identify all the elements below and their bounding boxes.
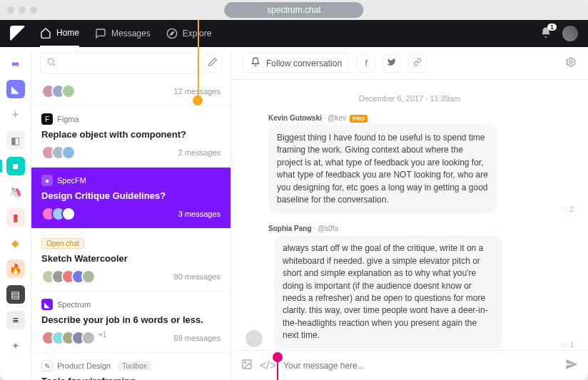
- follow-conversation-button[interactable]: Follow conversation: [243, 53, 350, 73]
- share-twitter-button[interactable]: [382, 54, 401, 73]
- rail-community-5[interactable]: ◆: [6, 234, 25, 252]
- facebook-icon: f: [365, 58, 367, 68]
- message: Sophia Pang · @s0fa always start off w t…: [245, 225, 574, 349]
- top-navbar: Home Messages Explore 1: [0, 20, 588, 47]
- spectrum-logo-icon[interactable]: [10, 26, 26, 41]
- message-handle: @kev: [328, 114, 346, 122]
- svg-marker-1: [170, 31, 173, 35]
- thread-title: Design Critique Guidelines?: [41, 190, 220, 201]
- rail-community-1[interactable]: ◣: [6, 80, 25, 98]
- message-count: 3 messages: [178, 210, 220, 218]
- zoom-dot[interactable]: [30, 6, 37, 14]
- thread-item-selected[interactable]: ●SpecFM Design Critique Guidelines? 3 me…: [31, 168, 230, 229]
- gear-icon: [565, 58, 577, 70]
- community-name: SpecFM: [57, 176, 86, 185]
- like-count: 1: [569, 341, 574, 349]
- image-icon: [241, 359, 253, 373]
- conversation-scroll[interactable]: December 6, 2017 · 11:39am Kevin Gutowsk…: [231, 80, 588, 350]
- rail-community-6[interactable]: 🔥: [6, 260, 25, 278]
- open-chat-badge: Open chat: [41, 238, 84, 249]
- community-name: Figma: [57, 115, 79, 123]
- thread-item[interactable]: Open chat Sketch Watercooler 90 messages: [31, 229, 230, 292]
- rail-community-4[interactable]: ▮: [6, 208, 25, 227]
- svg-line-3: [54, 64, 55, 66]
- message-bubble: always start off w the goal of the criti…: [274, 235, 502, 349]
- message-author: Sophia Pang: [268, 225, 312, 232]
- nav-home[interactable]: Home: [40, 20, 79, 47]
- rail-community-7[interactable]: ▤: [6, 285, 25, 304]
- share-facebook-button[interactable]: f: [357, 54, 375, 73]
- message-author: Kevin Gutowski: [268, 114, 322, 122]
- message-count: 69 messages: [174, 334, 220, 342]
- messages-icon: [95, 28, 106, 39]
- nav-messages-label: Messages: [111, 29, 151, 38]
- url-bar: spectrum.chat: [224, 2, 363, 18]
- copy-link-button[interactable]: [408, 54, 427, 73]
- attach-image-button[interactable]: [241, 359, 253, 373]
- send-icon: [565, 358, 578, 374]
- user-avatar[interactable]: [562, 26, 578, 41]
- rail-community-active[interactable]: ■: [6, 157, 25, 175]
- search-icon: [46, 57, 56, 70]
- nav-home-label: Home: [56, 28, 79, 38]
- conversation-panel: Follow conversation f December 6, 2017 ·…: [231, 47, 588, 380]
- facepile-overflow: +1: [98, 331, 106, 345]
- annotation-dot-top: [193, 96, 203, 106]
- thread-title: Replace object with component?: [41, 129, 220, 140]
- message-avatar[interactable]: [245, 330, 263, 347]
- like-button[interactable]: ♡2: [561, 205, 574, 213]
- message-composer: </>: [231, 350, 588, 380]
- thread-title: Describe your job in 6 words or less.: [41, 314, 220, 325]
- send-button[interactable]: [565, 358, 578, 374]
- minimize-dot[interactable]: [19, 6, 26, 14]
- svg-point-4: [569, 61, 572, 63]
- pro-badge: PRO: [350, 115, 368, 123]
- home-icon: [40, 27, 51, 38]
- message-bubble: Biggest thing I have found to be useful …: [268, 125, 497, 213]
- nav-messages[interactable]: Messages: [95, 28, 151, 39]
- thread-item[interactable]: FFigma Replace object with component? 2 …: [31, 106, 230, 168]
- thread-scroll[interactable]: 12 messages FFigma Replace object with c…: [31, 80, 230, 380]
- explore-icon: [166, 28, 178, 39]
- thread-item[interactable]: ◣Spectrum Describe your job in 6 words o…: [31, 292, 230, 353]
- twitter-icon: [387, 58, 396, 68]
- community-name: Product Design: [57, 361, 111, 370]
- annotation-dot-bottom: [273, 352, 283, 362]
- message-count: 2 messages: [178, 148, 220, 157]
- nav-explore[interactable]: Explore: [166, 28, 212, 39]
- rail-community-3[interactable]: 🦄: [6, 183, 25, 201]
- like-count: 2: [569, 205, 574, 213]
- like-button[interactable]: ♡1: [561, 341, 574, 349]
- compose-icon: [208, 57, 218, 70]
- compose-button[interactable]: [203, 54, 222, 73]
- date-divider: December 6, 2017 · 11:39am: [245, 94, 574, 103]
- rail-community-2[interactable]: ◧: [6, 131, 25, 150]
- annotation-line-bottom: [277, 362, 278, 380]
- close-dot[interactable]: [7, 6, 14, 14]
- message-count: 90 messages: [174, 272, 220, 281]
- conversation-header: Follow conversation f: [231, 47, 588, 80]
- rail-everything[interactable]: ∞: [6, 54, 25, 73]
- heart-icon: ♡: [561, 205, 567, 213]
- link-icon: [413, 58, 422, 68]
- svg-point-0: [167, 29, 176, 38]
- composer-input[interactable]: [283, 361, 558, 371]
- channel-pill: Toolbox: [118, 361, 151, 371]
- facepile: [41, 84, 76, 98]
- message-handle: @s0fa: [318, 225, 338, 232]
- rail-community-8[interactable]: ≡: [6, 311, 25, 329]
- notifications-button[interactable]: 1: [539, 26, 552, 41]
- search-box[interactable]: [40, 53, 198, 74]
- rail-community-9[interactable]: ✦: [6, 337, 25, 355]
- thread-settings-button[interactable]: [565, 56, 577, 71]
- svg-point-2: [48, 58, 54, 64]
- rail-add-community[interactable]: +: [6, 106, 25, 124]
- community-name: Spectrum: [57, 300, 91, 309]
- heart-icon: ♡: [561, 341, 567, 349]
- svg-point-6: [244, 361, 245, 363]
- bell-outline-icon: [250, 57, 260, 69]
- search-input[interactable]: [62, 58, 191, 69]
- thread-item[interactable]: ✎Product DesignToolbox Tools for wirefra…: [31, 353, 230, 380]
- notification-count-badge: 1: [547, 24, 557, 31]
- window-titlebar: spectrum.chat: [0, 0, 588, 20]
